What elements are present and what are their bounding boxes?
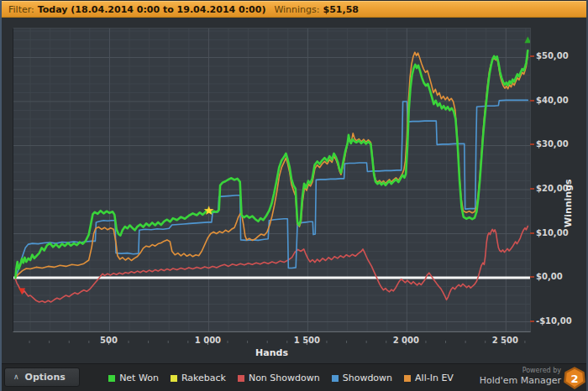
options-button-label: Options: [25, 372, 66, 383]
series-line-all-in-ev: [15, 52, 528, 278]
filter-bar[interactable]: Filter: Today (18.04.2014 0:00 to 19.04.…: [2, 1, 586, 18]
filter-value[interactable]: Today (18.04.2014 0:00 to 19.04.2014 0:0…: [38, 4, 266, 15]
legend-item-non-showdown[interactable]: Non Showdown: [238, 373, 320, 383]
series-line-showdown: [17, 100, 528, 275]
legend-item-label: Non Showdown: [249, 373, 320, 383]
y-tick-mark: [530, 143, 534, 145]
legend-swatch-icon: [171, 375, 177, 382]
legend-item-rakeback[interactable]: Rakeback: [171, 373, 226, 383]
powered-by-text: Powered by: [480, 367, 561, 375]
y-tick-mark: [530, 100, 534, 102]
legend-item-net-won[interactable]: Net Won: [108, 373, 159, 383]
plot-area: ▼★▲: [13, 28, 531, 332]
y-tick-label: $40,00: [536, 96, 569, 105]
triangle-down-marker-icon: ▼: [18, 286, 25, 295]
y-tick-mark: [530, 321, 534, 322]
series-line-non-showdown: [15, 227, 528, 303]
filter-label: Filter:: [8, 4, 34, 15]
x-tick-label: 2 500: [482, 336, 528, 345]
svg-text:2: 2: [570, 373, 578, 385]
holdem-manager-graph-window: Filter: Today (18.04.2014 0:00 to 19.04.…: [0, 0, 588, 391]
footer-bar: ∧ Options Net WonRakebackNon ShowdownSho…: [2, 363, 588, 391]
x-axis-title: Hands: [13, 347, 531, 358]
options-button[interactable]: ∧ Options: [4, 368, 80, 387]
winnings-value: $51,58: [323, 4, 359, 15]
y-tick-label: $0,00: [536, 272, 563, 281]
legend-swatch-icon: [238, 375, 244, 382]
legend-item-label: All-In EV: [415, 373, 454, 383]
y-tick-mark: [530, 188, 534, 190]
winnings-graph: ▼★▲: [13, 29, 531, 332]
legend: Net WonRakebackNon ShowdownShowdownAll-I…: [94, 364, 468, 391]
legend-swatch-icon: [332, 375, 339, 382]
legend-item-showdown[interactable]: Showdown: [332, 373, 392, 383]
x-tick-label: 1 500: [284, 336, 329, 345]
legend-item-all-in-ev[interactable]: All-In EV: [404, 373, 454, 383]
legend-swatch-icon: [404, 375, 411, 382]
powered-by-block: Powered by Hold'em Manager: [480, 367, 561, 387]
y-tick-label: -$10,00: [536, 316, 572, 326]
y-tick-mark: [530, 232, 534, 234]
winnings-label: Winnings:: [274, 4, 319, 15]
y-axis-title: Winnings: [563, 135, 574, 227]
hm2-logo-icon: 2: [564, 367, 585, 389]
y-tick-mark: [530, 276, 534, 278]
chevron-up-icon: ∧: [13, 373, 19, 381]
x-tick-label: 1 000: [185, 336, 230, 345]
legend-item-label: Showdown: [343, 373, 392, 383]
y-tick-label: $10,00: [536, 228, 569, 237]
x-tick-label: 500: [86, 336, 131, 345]
app-name-text: Hold'em Manager: [480, 375, 561, 387]
y-tick-label: $50,00: [536, 51, 569, 60]
legend-item-label: Rakeback: [181, 373, 226, 383]
star-marker-icon: ★: [203, 203, 214, 218]
x-tick-label: 2 000: [383, 336, 428, 345]
legend-item-label: Net Won: [119, 373, 159, 383]
chart-panel: ▼★▲ 5001 0001 5002 0002 500 Hands $50,00…: [2, 18, 588, 363]
y-tick-mark: [530, 55, 534, 57]
triangle-up-marker-icon: ▲: [524, 34, 531, 44]
legend-swatch-icon: [108, 375, 115, 382]
